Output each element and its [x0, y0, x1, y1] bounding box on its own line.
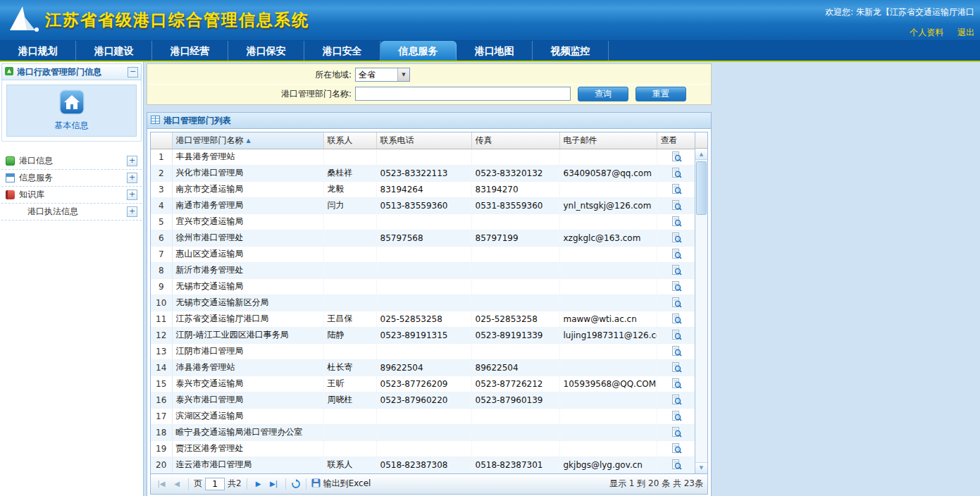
first-page-icon[interactable]: |◀: [155, 478, 168, 490]
view-magnifier-icon[interactable]: [671, 297, 682, 308]
sidebar-item-port-info[interactable]: 港口信息+: [1, 153, 142, 170]
profile-link[interactable]: 个人资料: [910, 27, 943, 37]
refresh-icon[interactable]: [291, 479, 301, 489]
region-select-value: 全省: [359, 69, 376, 81]
column-header-contact[interactable]: 联系人: [323, 132, 376, 149]
cell: [323, 294, 376, 311]
cell: [376, 262, 471, 278]
reset-button[interactable]: 重置: [635, 87, 686, 101]
table-row[interactable]: 4南通市港务管理局闫力0513-835593600531-83559360ynl…: [151, 197, 697, 213]
prev-page-icon[interactable]: ◀: [170, 478, 183, 490]
scrollbar-thumb[interactable]: [696, 161, 707, 215]
nav-tab-port-map[interactable]: 港口地图: [457, 41, 533, 61]
scroll-down-icon[interactable]: ▼: [695, 462, 707, 473]
table-row[interactable]: 17滨湖区交通运输局: [151, 408, 697, 424]
nav-tab-port-planning[interactable]: 港口规划: [0, 41, 76, 61]
expand-icon[interactable]: +: [127, 173, 137, 183]
vertical-scrollbar[interactable]: ▲ ▼: [695, 132, 707, 473]
table-row[interactable]: 1丰县港务管理站: [151, 149, 697, 165]
row-number: 16: [151, 392, 172, 408]
table-row[interactable]: 7惠山区交通运输局: [151, 246, 697, 262]
cell: [323, 246, 376, 262]
table-row[interactable]: 2兴化市港口管理局桑桂祥0523-833221130523-8332013263…: [151, 165, 697, 181]
view-magnifier-icon[interactable]: [671, 314, 682, 324]
nav-tab-info-service[interactable]: 信息服务: [380, 41, 457, 61]
department-name-input[interactable]: [355, 87, 571, 101]
view-magnifier-icon[interactable]: [671, 249, 682, 259]
table-row[interactable]: 10无锡市交通运输新区分局: [151, 294, 697, 311]
view-magnifier-icon[interactable]: [671, 184, 682, 194]
view-magnifier-icon[interactable]: [671, 168, 682, 178]
query-button[interactable]: 查询: [578, 87, 628, 101]
cell: [323, 343, 376, 359]
view-magnifier-icon[interactable]: [671, 427, 682, 438]
nav-tab-port-construction[interactable]: 港口建设: [76, 41, 152, 61]
expand-icon[interactable]: +: [127, 190, 137, 200]
view-magnifier-icon[interactable]: [671, 216, 682, 227]
column-header-view[interactable]: 查看: [657, 132, 697, 149]
view-magnifier-icon[interactable]: [671, 378, 682, 389]
table-row[interactable]: 11江苏省交通运输厅港口局王昌保025-52853258025-52853258…: [151, 311, 697, 327]
cell: [559, 149, 657, 165]
column-header-phone[interactable]: 联系电话: [376, 132, 471, 149]
table-row[interactable]: 8新沂市港务管理处: [151, 262, 697, 278]
cell: [376, 294, 471, 311]
sidebar-panel-body: 基本信息: [1, 80, 142, 142]
save-disk-icon: [311, 478, 321, 490]
view-magnifier-icon[interactable]: [671, 443, 682, 454]
info-service-icon: [6, 173, 15, 182]
view-magnifier-icon[interactable]: [671, 346, 682, 356]
nav-tab-port-operation[interactable]: 港口经营: [152, 41, 228, 61]
cell: [559, 181, 657, 197]
scroll-up-icon[interactable]: ▲: [695, 149, 707, 160]
sidebar-item-info-service[interactable]: 信息服务+: [1, 170, 142, 187]
column-header-email[interactable]: 电子邮件: [559, 132, 657, 149]
table-row[interactable]: 18睢宁县交通运输局港口管理办公室: [151, 424, 697, 440]
expand-icon[interactable]: +: [127, 156, 137, 166]
table-row[interactable]: 20连云港市港口管理局联系人0518-823873080518-82387301…: [151, 457, 697, 473]
column-header-fax[interactable]: 传真: [471, 132, 559, 149]
export-excel-button[interactable]: 输出到Excel: [311, 478, 371, 490]
logout-link[interactable]: 退出: [957, 27, 974, 37]
table-row[interactable]: 19贾汪区港务管理处: [151, 440, 697, 457]
view-magnifier-icon[interactable]: [671, 200, 682, 211]
search-panel: 所在地域: 全省 ▼ 港口管理部门名称: 查询 重置: [147, 63, 712, 105]
view-magnifier-icon[interactable]: [671, 330, 682, 340]
collapse-button[interactable]: −: [128, 67, 138, 78]
page-number-input[interactable]: [205, 478, 225, 490]
view-cell: [657, 408, 697, 424]
next-page-icon[interactable]: ▶: [252, 478, 265, 490]
cell: [376, 213, 471, 230]
table-row[interactable]: 13江阴市港口管理局: [151, 343, 697, 359]
view-magnifier-icon[interactable]: [671, 232, 682, 243]
region-select[interactable]: 全省 ▼: [355, 68, 410, 82]
view-magnifier-icon[interactable]: [671, 265, 682, 275]
last-page-icon[interactable]: ▶|: [268, 478, 280, 490]
view-magnifier-icon[interactable]: [671, 459, 682, 470]
view-magnifier-icon[interactable]: [671, 281, 682, 292]
view-magnifier-icon[interactable]: [671, 151, 682, 162]
table-row[interactable]: 14沛县港务管理站杜长寄8962250489622504: [151, 359, 697, 376]
nav-tab-port-safety[interactable]: 港口安全: [304, 41, 380, 61]
table-row[interactable]: 5宜兴市交通运输局: [151, 213, 697, 230]
table-row[interactable]: 16泰兴市港口管理局周晓柱0523-879602200523-87960139: [151, 392, 697, 408]
sidebar-item-knowledge-base[interactable]: 知识库+: [1, 187, 142, 204]
sidebar-item-port-law-enforcement[interactable]: 港口执法信息+: [1, 204, 142, 221]
table-row[interactable]: 15泰兴市交通运输局王昕0523-877262090523-8772621210…: [151, 376, 697, 392]
nav-tab-video-monitoring[interactable]: 视频监控: [533, 41, 609, 61]
cell: 0523-87726212: [471, 376, 559, 392]
view-magnifier-icon[interactable]: [671, 411, 682, 421]
nav-tab-port-security[interactable]: 港口保安: [228, 41, 304, 61]
column-header-name[interactable]: 港口管理部门名称▲: [172, 132, 323, 149]
page: 江苏省省级港口综合管理信息系统 欢迎您: 朱新龙【江苏省交通运输厅港口 个人资料…: [0, 0, 980, 496]
scrollbar-header-spacer: [695, 132, 707, 149]
expand-icon[interactable]: +: [127, 206, 137, 217]
table-row[interactable]: 3南京市交通运输局龙毅8319426483194270: [151, 181, 697, 197]
view-magnifier-icon[interactable]: [671, 362, 682, 373]
basic-info-tile[interactable]: 基本信息: [6, 85, 137, 137]
table-row[interactable]: 6徐州市港口管理处8579756885797199xzgkglc@163.com: [151, 230, 697, 246]
sidebar-item-label: 知识库: [19, 189, 127, 201]
table-row[interactable]: 9无锡市交通运输局: [151, 278, 697, 294]
table-row[interactable]: 12江阴-靖江工业园区港口事务局陆静0523-891913150523-8919…: [151, 327, 697, 343]
view-magnifier-icon[interactable]: [671, 395, 682, 405]
